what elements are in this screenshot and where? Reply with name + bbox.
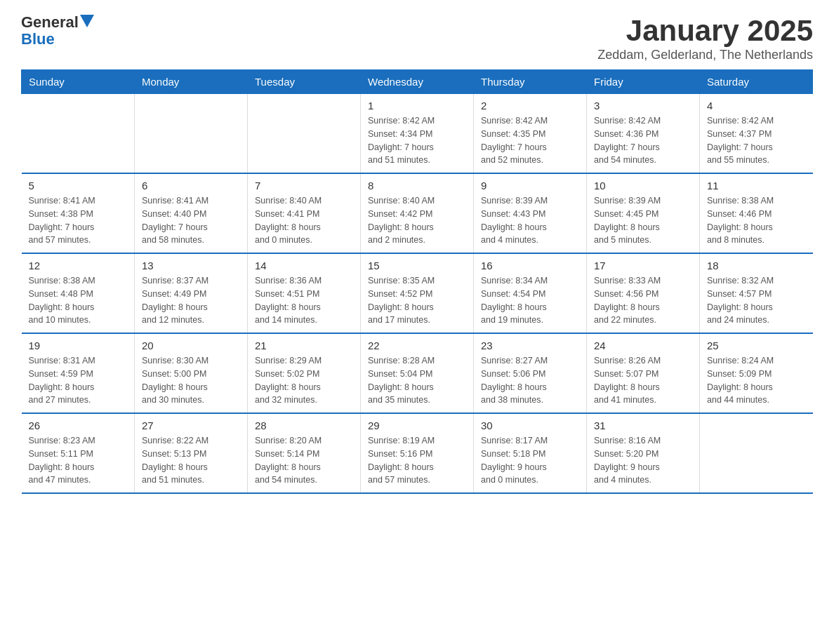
- title-block: January 2025 Zeddam, Gelderland, The Net…: [597, 14, 813, 62]
- calendar-cell: 19Sunrise: 8:31 AMSunset: 4:59 PMDayligh…: [22, 333, 135, 413]
- calendar-cell: 31Sunrise: 8:16 AMSunset: 5:20 PMDayligh…: [587, 413, 700, 493]
- page-header: General Blue January 2025 Zeddam, Gelder…: [21, 14, 813, 62]
- day-info: Sunrise: 8:31 AMSunset: 4:59 PMDaylight:…: [29, 354, 128, 407]
- day-info: Sunrise: 8:42 AMSunset: 4:36 PMDaylight:…: [594, 114, 692, 167]
- day-number: 13: [142, 260, 240, 271]
- calendar-week-row: 1Sunrise: 8:42 AMSunset: 4:34 PMDaylight…: [22, 94, 813, 174]
- day-number: 22: [368, 340, 466, 351]
- page-subtitle: Zeddam, Gelderland, The Netherlands: [597, 48, 813, 62]
- logo-general-text: General: [21, 14, 79, 31]
- day-number: 9: [481, 180, 579, 192]
- calendar-cell: 7Sunrise: 8:40 AMSunset: 4:41 PMDaylight…: [248, 173, 361, 253]
- calendar-week-row: 26Sunrise: 8:23 AMSunset: 5:11 PMDayligh…: [22, 413, 813, 493]
- day-info: Sunrise: 8:34 AMSunset: 4:54 PMDaylight:…: [481, 274, 579, 327]
- day-of-week-header: Wednesday: [361, 70, 474, 94]
- day-of-week-header: Saturday: [700, 70, 813, 94]
- calendar-cell: 2Sunrise: 8:42 AMSunset: 4:35 PMDaylight…: [474, 94, 587, 174]
- day-of-week-header: Thursday: [474, 70, 587, 94]
- day-number: 15: [368, 260, 466, 271]
- day-number: 25: [707, 340, 806, 351]
- calendar-week-row: 12Sunrise: 8:38 AMSunset: 4:48 PMDayligh…: [22, 253, 813, 333]
- day-number: 10: [594, 180, 692, 192]
- day-number: 23: [481, 340, 579, 351]
- day-of-week-header: Tuesday: [248, 70, 361, 94]
- day-number: 26: [29, 420, 128, 431]
- day-number: 20: [142, 340, 240, 351]
- day-info: Sunrise: 8:42 AMSunset: 4:34 PMDaylight:…: [368, 114, 466, 167]
- calendar-cell: 1Sunrise: 8:42 AMSunset: 4:34 PMDaylight…: [361, 94, 474, 174]
- calendar-cell: 11Sunrise: 8:38 AMSunset: 4:46 PMDayligh…: [700, 173, 813, 253]
- day-info: Sunrise: 8:41 AMSunset: 4:38 PMDaylight:…: [29, 194, 128, 247]
- day-info: Sunrise: 8:28 AMSunset: 5:04 PMDaylight:…: [368, 354, 466, 407]
- day-info: Sunrise: 8:17 AMSunset: 5:18 PMDaylight:…: [481, 434, 579, 487]
- day-info: Sunrise: 8:19 AMSunset: 5:16 PMDaylight:…: [368, 434, 466, 487]
- calendar-cell: 13Sunrise: 8:37 AMSunset: 4:49 PMDayligh…: [135, 253, 248, 333]
- calendar-cell: 24Sunrise: 8:26 AMSunset: 5:07 PMDayligh…: [587, 333, 700, 413]
- day-number: 7: [255, 180, 353, 192]
- days-of-week-row: SundayMondayTuesdayWednesdayThursdayFrid…: [22, 70, 813, 94]
- calendar-cell: 25Sunrise: 8:24 AMSunset: 5:09 PMDayligh…: [700, 333, 813, 413]
- calendar-cell: [700, 413, 813, 493]
- calendar-cell: 9Sunrise: 8:39 AMSunset: 4:43 PMDaylight…: [474, 173, 587, 253]
- day-info: Sunrise: 8:36 AMSunset: 4:51 PMDaylight:…: [255, 274, 353, 327]
- day-number: 14: [255, 260, 353, 271]
- day-info: Sunrise: 8:37 AMSunset: 4:49 PMDaylight:…: [142, 274, 240, 327]
- logo-blue-text: Blue: [21, 31, 94, 48]
- calendar-cell: 5Sunrise: 8:41 AMSunset: 4:38 PMDaylight…: [22, 173, 135, 253]
- day-number: 4: [707, 100, 806, 112]
- day-number: 12: [29, 260, 128, 271]
- calendar-cell: [248, 94, 361, 174]
- calendar-cell: 27Sunrise: 8:22 AMSunset: 5:13 PMDayligh…: [135, 413, 248, 493]
- day-info: Sunrise: 8:16 AMSunset: 5:20 PMDaylight:…: [594, 434, 692, 487]
- day-info: Sunrise: 8:39 AMSunset: 4:43 PMDaylight:…: [481, 194, 579, 247]
- day-number: 6: [142, 180, 240, 192]
- day-info: Sunrise: 8:32 AMSunset: 4:57 PMDaylight:…: [707, 274, 806, 327]
- calendar-cell: 17Sunrise: 8:33 AMSunset: 4:56 PMDayligh…: [587, 253, 700, 333]
- day-info: Sunrise: 8:30 AMSunset: 5:00 PMDaylight:…: [142, 354, 240, 407]
- day-info: Sunrise: 8:23 AMSunset: 5:11 PMDaylight:…: [29, 434, 128, 487]
- day-number: 30: [481, 420, 579, 431]
- calendar-cell: 22Sunrise: 8:28 AMSunset: 5:04 PMDayligh…: [361, 333, 474, 413]
- day-number: 21: [255, 340, 353, 351]
- day-info: Sunrise: 8:40 AMSunset: 4:41 PMDaylight:…: [255, 194, 353, 247]
- calendar-week-row: 5Sunrise: 8:41 AMSunset: 4:38 PMDaylight…: [22, 173, 813, 253]
- day-number: 8: [368, 180, 466, 192]
- calendar-week-row: 19Sunrise: 8:31 AMSunset: 4:59 PMDayligh…: [22, 333, 813, 413]
- day-info: Sunrise: 8:42 AMSunset: 4:37 PMDaylight:…: [707, 114, 806, 167]
- day-of-week-header: Monday: [135, 70, 248, 94]
- calendar-cell: 3Sunrise: 8:42 AMSunset: 4:36 PMDaylight…: [587, 94, 700, 174]
- calendar-cell: 28Sunrise: 8:20 AMSunset: 5:14 PMDayligh…: [248, 413, 361, 493]
- calendar-cell: 6Sunrise: 8:41 AMSunset: 4:40 PMDaylight…: [135, 173, 248, 253]
- calendar-cell: 23Sunrise: 8:27 AMSunset: 5:06 PMDayligh…: [474, 333, 587, 413]
- day-number: 29: [368, 420, 466, 431]
- day-info: Sunrise: 8:29 AMSunset: 5:02 PMDaylight:…: [255, 354, 353, 407]
- day-info: Sunrise: 8:38 AMSunset: 4:48 PMDaylight:…: [29, 274, 128, 327]
- day-info: Sunrise: 8:35 AMSunset: 4:52 PMDaylight:…: [368, 274, 466, 327]
- calendar-cell: 20Sunrise: 8:30 AMSunset: 5:00 PMDayligh…: [135, 333, 248, 413]
- calendar-cell: 16Sunrise: 8:34 AMSunset: 4:54 PMDayligh…: [474, 253, 587, 333]
- calendar-table: SundayMondayTuesdayWednesdayThursdayFrid…: [21, 69, 813, 494]
- calendar-cell: 29Sunrise: 8:19 AMSunset: 5:16 PMDayligh…: [361, 413, 474, 493]
- calendar-cell: 18Sunrise: 8:32 AMSunset: 4:57 PMDayligh…: [700, 253, 813, 333]
- calendar-cell: 12Sunrise: 8:38 AMSunset: 4:48 PMDayligh…: [22, 253, 135, 333]
- day-of-week-header: Friday: [587, 70, 700, 94]
- day-number: 11: [707, 180, 806, 192]
- day-info: Sunrise: 8:24 AMSunset: 5:09 PMDaylight:…: [707, 354, 806, 407]
- calendar-cell: [135, 94, 248, 174]
- day-number: 19: [29, 340, 128, 351]
- calendar-cell: 4Sunrise: 8:42 AMSunset: 4:37 PMDaylight…: [700, 94, 813, 174]
- day-number: 28: [255, 420, 353, 431]
- day-number: 24: [594, 340, 692, 351]
- calendar-cell: 26Sunrise: 8:23 AMSunset: 5:11 PMDayligh…: [22, 413, 135, 493]
- calendar-cell: 30Sunrise: 8:17 AMSunset: 5:18 PMDayligh…: [474, 413, 587, 493]
- day-info: Sunrise: 8:42 AMSunset: 4:35 PMDaylight:…: [481, 114, 579, 167]
- calendar-cell: 8Sunrise: 8:40 AMSunset: 4:42 PMDaylight…: [361, 173, 474, 253]
- day-info: Sunrise: 8:41 AMSunset: 4:40 PMDaylight:…: [142, 194, 240, 247]
- day-number: 17: [594, 260, 692, 271]
- day-info: Sunrise: 8:40 AMSunset: 4:42 PMDaylight:…: [368, 194, 466, 247]
- day-number: 1: [368, 100, 466, 112]
- calendar-cell: 14Sunrise: 8:36 AMSunset: 4:51 PMDayligh…: [248, 253, 361, 333]
- calendar-cell: 21Sunrise: 8:29 AMSunset: 5:02 PMDayligh…: [248, 333, 361, 413]
- day-info: Sunrise: 8:38 AMSunset: 4:46 PMDaylight:…: [707, 194, 806, 247]
- day-info: Sunrise: 8:22 AMSunset: 5:13 PMDaylight:…: [142, 434, 240, 487]
